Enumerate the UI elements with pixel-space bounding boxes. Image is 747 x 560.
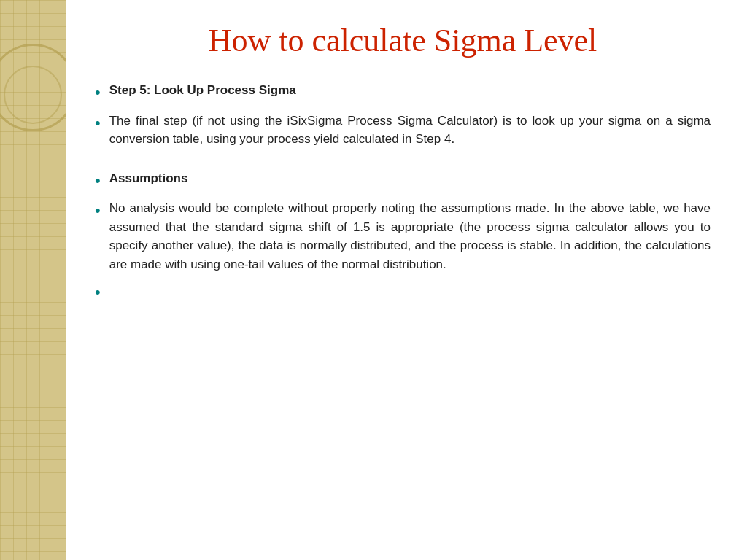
bullet-text-step5-body: The final step (if not using the iSixSig… xyxy=(109,112,711,149)
slide-title: How to calculate Sigma Level xyxy=(95,22,711,61)
bullet-dot-3: • xyxy=(95,170,101,192)
bullet-step5-body: • The final step (if not using the iSixS… xyxy=(95,112,711,149)
bullet-text-assumptions-body: No analysis would be complete without pr… xyxy=(109,199,711,273)
main-content: How to calculate Sigma Level • Step 5: L… xyxy=(66,0,747,560)
bullet-text-assumptions-heading: Assumptions xyxy=(109,169,711,188)
bullet-dot-5: • xyxy=(95,281,101,304)
sidebar-circle-small xyxy=(4,66,62,124)
bullet-step5-heading: • Step 5: Look Up Process Sigma xyxy=(95,81,711,104)
bullet-empty: • xyxy=(95,281,711,304)
content-area: • Step 5: Look Up Process Sigma • The fi… xyxy=(95,81,711,304)
bullet-assumptions-body: • No analysis would be complete without … xyxy=(95,199,711,273)
bullet-dot-4: • xyxy=(95,200,101,222)
bullet-text-step5-heading: Step 5: Look Up Process Sigma xyxy=(109,81,711,100)
bullet-dot-1: • xyxy=(95,82,101,104)
bullet-assumptions-heading: • Assumptions xyxy=(95,169,711,192)
spacer-1 xyxy=(95,156,711,169)
left-sidebar xyxy=(0,0,66,560)
bullet-dot-2: • xyxy=(95,112,101,135)
